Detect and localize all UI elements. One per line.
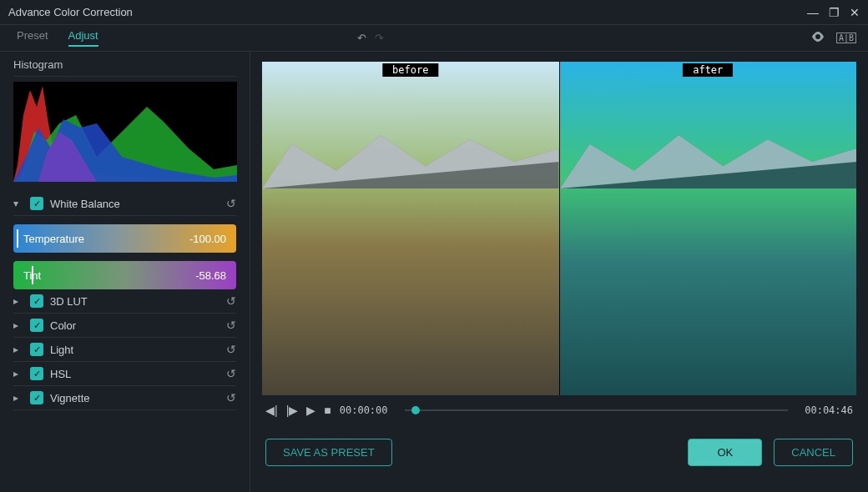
prev-frame-button[interactable]: ◀|: [265, 404, 278, 417]
section-label: HSL: [50, 368, 220, 380]
maximize-button[interactable]: ❐: [829, 6, 840, 19]
cancel-button[interactable]: CANCEL: [774, 439, 853, 466]
redo-button[interactable]: ↷: [375, 32, 384, 44]
chevron-right-icon[interactable]: ▸: [13, 319, 23, 331]
close-button[interactable]: ✕: [850, 6, 860, 19]
preview-after: after: [559, 62, 857, 395]
temperature-label: Temperature: [23, 233, 84, 245]
titlebar[interactable]: Advance Color Correction — ❐ ✕: [0, 0, 868, 25]
temperature-slider[interactable]: Temperature -100.00: [13, 224, 236, 253]
undo-button[interactable]: ↶: [357, 32, 366, 44]
section-label: Light: [50, 344, 220, 356]
tab-preset[interactable]: Preset: [17, 29, 48, 47]
playhead[interactable]: [411, 406, 420, 414]
preview-panel: before after ◀| |▶ ▶ ■ 00:00:00 00:04:46…: [250, 52, 868, 492]
reset-icon[interactable]: ↺: [226, 319, 236, 332]
section-checkbox[interactable]: ✓: [30, 391, 43, 404]
white-balance-label: White Balance: [50, 198, 220, 210]
chevron-down-icon[interactable]: ▾: [13, 198, 23, 209]
window-title: Advance Color Correction: [8, 6, 133, 18]
tint-slider[interactable]: Tint -58.68: [13, 261, 236, 289]
adjust-panel: Histogram ▾ ✓ White Balance ↺ Temperatur…: [0, 52, 250, 492]
reset-icon[interactable]: ↺: [226, 197, 236, 210]
histogram: [13, 82, 237, 182]
white-balance-checkbox[interactable]: ✓: [30, 197, 43, 210]
timeline[interactable]: [405, 409, 789, 411]
section-label: 3D LUT: [50, 295, 220, 308]
section-3d-lut: ▸✓3D LUT↺: [13, 289, 236, 314]
section-vignette: ▸✓Vignette↺: [13, 386, 236, 410]
temperature-value: -100.00: [189, 233, 226, 245]
histogram-title: Histogram: [13, 55, 236, 77]
preview-toggle-icon[interactable]: [811, 32, 825, 44]
time-total: 00:04:46: [805, 404, 853, 416]
minimize-button[interactable]: —: [807, 6, 819, 19]
after-label: after: [683, 63, 733, 77]
section-color: ▸✓Color↺: [13, 314, 236, 338]
chevron-right-icon[interactable]: ▸: [13, 295, 23, 307]
tint-label: Tint: [23, 269, 41, 282]
section-checkbox[interactable]: ✓: [30, 294, 43, 308]
section-label: Vignette: [50, 392, 220, 404]
before-label: before: [382, 63, 438, 77]
section-checkbox[interactable]: ✓: [30, 319, 43, 332]
time-current: 00:00:00: [340, 404, 388, 416]
tint-value: -58.68: [195, 269, 226, 282]
section-hsl: ▸✓HSL↺: [13, 362, 236, 386]
chevron-right-icon[interactable]: ▸: [13, 368, 23, 379]
reset-icon[interactable]: ↺: [226, 343, 236, 356]
section-label: Color: [50, 319, 220, 332]
section-checkbox[interactable]: ✓: [30, 367, 43, 380]
slider-handle[interactable]: [17, 229, 18, 248]
tab-adjust[interactable]: Adjust: [68, 29, 98, 47]
save-preset-button[interactable]: SAVE AS PRESET: [265, 439, 392, 466]
reset-icon[interactable]: ↺: [226, 294, 236, 308]
play-button[interactable]: ▶: [306, 404, 315, 417]
reset-icon[interactable]: ↺: [226, 367, 236, 380]
reset-icon[interactable]: ↺: [226, 391, 236, 404]
stop-button[interactable]: ■: [324, 404, 331, 417]
section-light: ▸✓Light↺: [13, 338, 236, 362]
next-frame-button[interactable]: |▶: [286, 404, 299, 417]
section-checkbox[interactable]: ✓: [30, 343, 43, 356]
preview-before: before: [262, 62, 559, 395]
chevron-right-icon[interactable]: ▸: [13, 392, 23, 404]
topbar: Preset Adjust ↶ ↷ A|B: [0, 25, 868, 52]
ok-button[interactable]: OK: [688, 439, 762, 466]
chevron-right-icon[interactable]: ▸: [13, 344, 23, 355]
compare-ab-button[interactable]: A|B: [836, 33, 856, 43]
player-controls: ◀| |▶ ▶ ■ 00:00:00 00:04:46: [250, 395, 868, 425]
